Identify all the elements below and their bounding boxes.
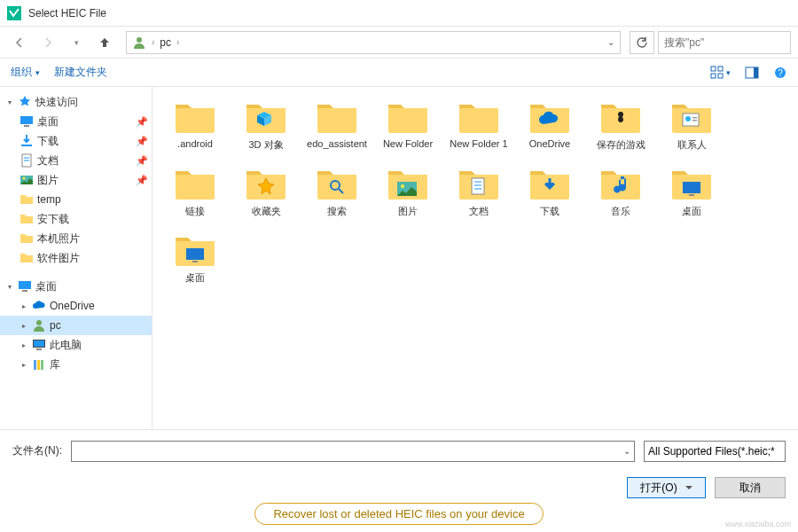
folder-icon [670,164,713,203]
filetype-filter[interactable]: All Supported Files(*.heic;* [644,441,786,462]
sidebar-library[interactable]: ▸ 库 [0,355,152,374]
folder-icon [174,231,216,270]
file-item[interactable]: 图片 [372,164,443,218]
window-title: Select HEIC File [28,7,106,20]
folder-icon [20,231,34,246]
recover-pill[interactable]: Recover lost or deleted HEIC files on yo… [254,503,543,525]
file-item[interactable]: 音乐 [585,164,656,218]
breadcrumb[interactable]: › pc › ⌄ [126,31,621,54]
file-item[interactable]: 保存的游戏 [585,98,656,152]
folder-icon [458,98,500,137]
file-item[interactable]: 文档 [443,164,514,218]
file-item[interactable]: 搜索 [301,164,372,218]
file-item[interactable]: edo_assistent [301,98,372,152]
view-options-button[interactable]: ▾ [710,66,731,80]
file-label: edo_assistent [307,138,367,149]
svg-rect-24 [41,360,43,370]
sidebar-this-pc[interactable]: ▸ 此电脑 [0,335,152,355]
chevron-down-icon[interactable]: ⌄ [623,446,630,456]
download-icon [20,134,34,148]
file-item[interactable]: New Folder [372,98,443,152]
file-label: 文档 [469,205,489,218]
folder-icon [458,164,500,203]
sidebar-documents[interactable]: 文档📌 [0,151,152,170]
sidebar-soft-pics[interactable]: 软件图片 [0,248,152,268]
folder-icon [528,164,571,203]
open-button[interactable]: 打开(O) [627,477,706,498]
cancel-button[interactable]: 取消 [715,477,786,498]
svg-rect-39 [689,194,694,196]
folder-icon [20,251,34,265]
svg-rect-4 [718,74,723,78]
sidebar-desktop-root[interactable]: ▾ 桌面 [0,277,152,296]
folder-icon [245,164,287,203]
help-button[interactable]: ? [773,66,787,80]
folder-icon [387,164,429,203]
svg-rect-34 [472,178,484,194]
sidebar-local-photos[interactable]: 本机照片 [0,229,152,248]
sidebar[interactable]: ▾ 快速访问 桌面📌 下载📌 文档📌 图片📌 temp 安下载 [0,87,153,429]
file-item[interactable]: 下载 [514,164,585,218]
pin-icon: 📌 [136,116,148,128]
caret-icon: ▸ [20,322,28,330]
svg-rect-22 [34,360,36,370]
sidebar-pc[interactable]: ▸ pc [0,316,152,335]
file-label: New Folder 1 [450,138,507,149]
back-button[interactable] [7,32,32,53]
sidebar-temp[interactable]: temp [0,190,152,209]
svg-point-15 [23,177,26,180]
chevron-right-icon: › [152,37,154,47]
search-box[interactable] [658,31,791,54]
organize-menu[interactable]: 组织 ▾ [11,65,40,80]
folder-icon [174,98,216,137]
file-item[interactable]: OneDrive [514,98,585,152]
file-item[interactable]: 桌面 [160,231,231,285]
svg-text:?: ? [778,68,783,78]
file-item[interactable]: New Folder 1 [443,98,514,152]
svg-rect-3 [711,74,716,78]
breadcrumb-pc[interactable]: pc [160,36,171,49]
sidebar-pictures[interactable]: 图片📌 [0,170,152,190]
forward-button[interactable] [35,32,60,53]
preview-pane-button[interactable] [745,66,759,80]
file-item[interactable]: 3D 对象 [231,98,301,152]
file-label: 保存的游戏 [597,138,645,152]
pin-icon: 📌 [136,136,148,147]
file-label: New Folder [383,138,433,149]
file-grid[interactable]: .android3D 对象edo_assistentNew FolderNew … [153,87,798,429]
filename-input[interactable] [75,445,623,458]
new-folder-button[interactable]: 新建文件夹 [54,65,107,80]
refresh-button[interactable] [630,31,654,54]
sidebar-onedrive[interactable]: ▸ OneDrive [0,296,152,316]
file-item[interactable]: .android [160,98,231,152]
toolbar: 组织 ▾ 新建文件夹 ▾ ? [0,59,798,87]
sidebar-desktop[interactable]: 桌面📌 [0,112,152,131]
star-icon [18,95,32,109]
file-item[interactable]: 收藏夹 [231,164,301,218]
library-icon [32,357,46,372]
folder-icon [174,164,216,203]
caret-icon: ▸ [20,341,28,349]
file-item[interactable]: 链接 [160,164,231,218]
search-input[interactable] [664,36,785,49]
sidebar-downloads[interactable]: 下载📌 [0,131,152,151]
file-label: 图片 [398,205,418,218]
up-button[interactable] [92,32,117,53]
recent-dropdown[interactable]: ▾ [64,32,89,53]
desktop-icon [20,114,34,129]
file-label: 搜索 [327,205,347,218]
sidebar-anxia[interactable]: 安下载 [0,209,152,229]
cloud-icon [32,299,46,313]
chevron-right-icon: › [176,37,179,47]
file-label: 收藏夹 [252,205,281,218]
user-icon [132,35,146,50]
document-icon [20,153,34,168]
filename-input-wrap[interactable]: ⌄ [71,441,635,462]
filename-label: 文件名(N): [12,443,62,458]
folder-icon [387,98,429,137]
sidebar-quick-access[interactable]: ▾ 快速访问 [0,92,152,112]
folder-icon [316,98,358,137]
file-item[interactable]: 联系人 [656,98,727,152]
breadcrumb-dropdown[interactable]: ⌄ [607,37,614,47]
file-item[interactable]: 桌面 [656,164,727,218]
